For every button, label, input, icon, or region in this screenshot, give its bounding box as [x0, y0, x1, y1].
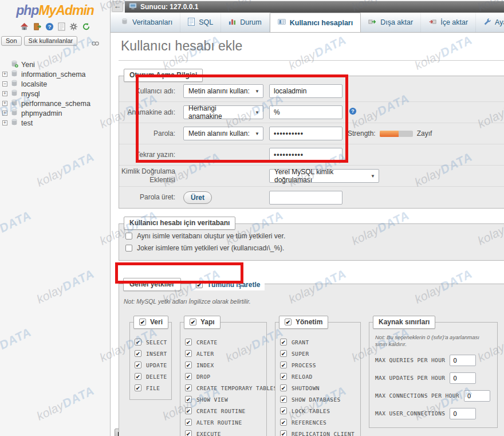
- privilege-item[interactable]: ✔CREATE ROUTINE: [185, 405, 262, 417]
- privilege-checkbox[interactable]: ✔: [280, 396, 287, 403]
- logout-icon[interactable]: [33, 22, 41, 31]
- privilege-checkbox[interactable]: ✔: [280, 407, 287, 414]
- privilege-item[interactable]: ✔GRANT: [280, 336, 356, 348]
- privilege-item[interactable]: ✔SHOW DATABASES: [280, 394, 356, 405]
- auth-plugin-select[interactable]: Yerel MySQL kimlik doğrulaması▼: [269, 169, 379, 183]
- privilege-checkbox[interactable]: ✔: [185, 339, 192, 345]
- privilege-checkbox[interactable]: ✔: [185, 419, 192, 426]
- tab-sql[interactable]: SQL: [180, 13, 221, 32]
- username-input[interactable]: [269, 84, 342, 98]
- group-checkbox[interactable]: ✔: [190, 319, 196, 325]
- privilege-checkbox[interactable]: ✔: [185, 384, 192, 391]
- generated-password-input[interactable]: [269, 191, 342, 205]
- max-queries-input[interactable]: [450, 355, 476, 366]
- privilege-checkbox[interactable]: ✔: [280, 373, 287, 380]
- create-database-checkbox[interactable]: [125, 233, 132, 239]
- phpmyadmin-logo[interactable]: phpMyAdmin: [0, 0, 110, 18]
- hostname-input[interactable]: [269, 105, 342, 119]
- wildcard-grant-checkbox[interactable]: [125, 245, 132, 252]
- privilege-item[interactable]: ✔EXECUTE: [185, 428, 262, 436]
- tree-item-information-schema[interactable]: + information_schema: [0, 69, 110, 79]
- privilege-item[interactable]: ✔INSERT: [135, 348, 167, 359]
- privilege-checkbox[interactable]: ✔: [135, 362, 141, 368]
- check-all-checkbox[interactable]: ✔: [196, 281, 203, 288]
- tree-item-mysql[interactable]: + mysql: [0, 89, 110, 99]
- privilege-item[interactable]: ✔SHOW VIEW: [185, 394, 262, 405]
- privilege-checkbox[interactable]: ✔: [135, 384, 141, 391]
- privilege-checkbox[interactable]: ✔: [280, 430, 287, 436]
- privilege-item[interactable]: ✔PROCESS: [280, 359, 356, 371]
- favorites-button[interactable]: Sık kullanılanlar: [24, 36, 78, 46]
- tab-settings[interactable]: Ayarlar: [476, 13, 504, 32]
- privilege-checkbox[interactable]: ✔: [135, 350, 141, 357]
- retype-password-input[interactable]: [269, 148, 342, 162]
- group-checkbox[interactable]: ✔: [285, 319, 292, 325]
- home-icon[interactable]: [20, 22, 29, 31]
- refresh-icon[interactable]: [82, 22, 90, 31]
- privilege-checkbox[interactable]: ✔: [185, 396, 192, 403]
- privilege-checkbox[interactable]: ✔: [185, 430, 192, 436]
- privilege-checkbox[interactable]: ✔: [280, 362, 287, 368]
- help-icon[interactable]: ?: [349, 107, 357, 117]
- privilege-item[interactable]: ✔RELOAD: [280, 371, 356, 382]
- wildcard-grant-option[interactable]: Joker isimlere tüm yetkileri ver (kullan…: [119, 242, 504, 254]
- privilege-checkbox[interactable]: ✔: [185, 350, 192, 357]
- max-updates-input[interactable]: [450, 372, 476, 384]
- privilege-item[interactable]: ✔INDEX: [185, 359, 262, 371]
- username-type-select[interactable]: Metin alanını kullan:▼: [183, 84, 263, 98]
- privilege-checkbox[interactable]: ✔: [280, 350, 287, 357]
- hostname-type-select[interactable]: Herhangi anamakine▼: [183, 105, 263, 119]
- link-icon[interactable]: [91, 38, 100, 48]
- privilege-checkbox[interactable]: ✔: [185, 373, 192, 380]
- expander-icon[interactable]: +: [2, 72, 7, 77]
- group-checkbox[interactable]: ✔: [139, 319, 146, 325]
- expander-icon[interactable]: +: [2, 91, 7, 96]
- privilege-checkbox[interactable]: ✔: [280, 339, 287, 345]
- password-input[interactable]: [269, 127, 342, 140]
- privilege-item[interactable]: ✔ALTER ROUTINE: [185, 417, 262, 428]
- tab-databases[interactable]: Veritabanları: [113, 13, 180, 32]
- privilege-item[interactable]: ✔LOCK TABLES: [280, 405, 356, 417]
- help-icon[interactable]: ?: [45, 22, 54, 31]
- privilege-item[interactable]: ✔CREATE: [185, 336, 262, 348]
- privilege-item[interactable]: ✔REPLICATION CLIENT: [280, 428, 356, 436]
- tab-status[interactable]: Durum: [221, 13, 270, 32]
- tree-item-test[interactable]: + test: [0, 118, 110, 128]
- tab-import[interactable]: İçe aktar: [421, 13, 476, 32]
- sidebar-collapse-button[interactable]: ←: [112, 1, 123, 12]
- privilege-item[interactable]: ✔UPDATE: [135, 359, 167, 371]
- expander-icon[interactable]: +: [2, 120, 7, 125]
- tree-item-new-database[interactable]: Yeni: [0, 60, 110, 69]
- expander-icon[interactable]: −: [2, 81, 7, 87]
- tree-item-phpmyadmin[interactable]: + phpmyadmin: [0, 108, 110, 118]
- privilege-item[interactable]: ✔SHUTDOWN: [280, 382, 356, 394]
- generate-button[interactable]: Üret: [183, 191, 212, 204]
- privilege-item[interactable]: ✔DROP: [185, 371, 262, 382]
- privilege-checkbox[interactable]: ✔: [280, 419, 287, 426]
- expander-icon[interactable]: +: [2, 101, 7, 106]
- privilege-item[interactable]: ✔FILE: [135, 382, 167, 394]
- tree-item-performance-schema[interactable]: + performance_schema: [0, 99, 110, 108]
- privilege-checkbox[interactable]: ✔: [185, 407, 192, 414]
- privilege-item[interactable]: ✔ALTER: [185, 348, 262, 359]
- recent-button[interactable]: Son: [1, 36, 22, 46]
- privilege-item[interactable]: ✔SUPER: [280, 348, 356, 359]
- max-user-connections-input[interactable]: [450, 408, 476, 419]
- docs-icon[interactable]: [58, 22, 65, 31]
- server-label[interactable]: Sunucu: 127.0.0.1: [140, 3, 198, 11]
- tab-export[interactable]: Dışa aktar: [361, 13, 421, 32]
- privilege-checkbox[interactable]: ✔: [135, 339, 141, 345]
- tree-item-localsite[interactable]: − localsite: [0, 79, 110, 89]
- password-type-select[interactable]: Metin alanını kullan:▼: [183, 127, 263, 140]
- privilege-item[interactable]: ✔REFERENCES: [280, 417, 356, 428]
- expander-icon[interactable]: +: [2, 111, 7, 116]
- privilege-item[interactable]: ✔DELETE: [135, 371, 167, 382]
- settings-icon[interactable]: [69, 22, 78, 31]
- check-all-toggle[interactable]: ✔ Tümünü işaretle: [191, 279, 265, 290]
- privilege-checkbox[interactable]: ✔: [185, 362, 192, 368]
- privilege-checkbox[interactable]: ✔: [135, 373, 141, 380]
- create-database-option[interactable]: Aynı isimle veritabanı oluştur ve tüm ye…: [119, 230, 504, 242]
- max-connections-input[interactable]: [464, 390, 490, 402]
- tab-user-accounts[interactable]: Kullanıcı hesapları: [270, 13, 361, 33]
- privilege-item[interactable]: ✔CREATE TEMPORARY TABLES: [185, 382, 262, 394]
